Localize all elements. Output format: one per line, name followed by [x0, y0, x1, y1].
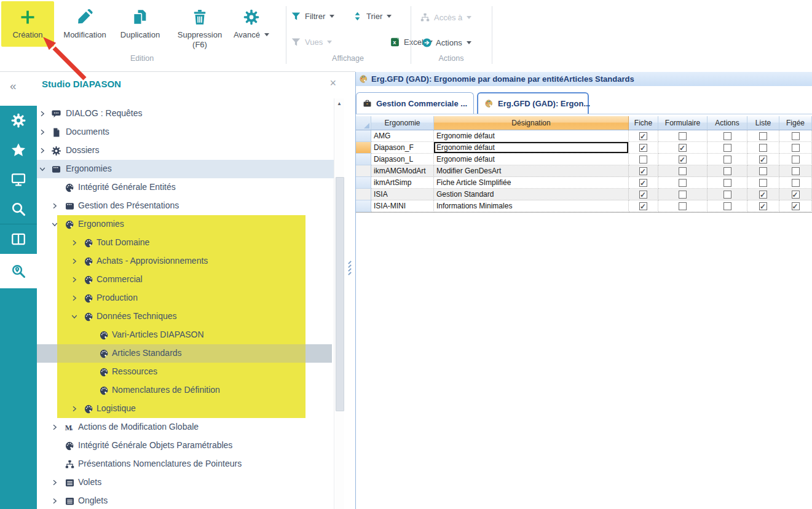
ribbon-button-actions[interactable]: Actions — [422, 35, 471, 50]
cell-ergonomie[interactable]: ISIA — [371, 189, 434, 200]
checkbox-checked[interactable]: ✓ — [639, 191, 647, 199]
chevron-right-icon[interactable] — [71, 258, 78, 265]
cell-figee[interactable]: ✓ — [779, 200, 812, 212]
chevron-down-icon[interactable] — [51, 221, 58, 228]
checkbox-unchecked[interactable] — [792, 132, 800, 140]
ribbon-button-trier[interactable]: Trier — [352, 9, 392, 23]
cell-liste[interactable] — [747, 165, 779, 177]
cell-actions[interactable] — [708, 189, 747, 200]
sidebar-item-advanced-search[interactable] — [0, 254, 37, 288]
cell-actions[interactable] — [708, 154, 747, 165]
tree-item-ergonomies[interactable]: Ergonomies — [37, 215, 334, 234]
tree-item-nomenclatures-de-d-finition[interactable]: Nomenclatures de Définition — [37, 381, 334, 400]
checkbox-unchecked[interactable] — [792, 167, 800, 175]
tree-scrollbar[interactable]: ▲ — [334, 98, 344, 509]
checkbox-unchecked[interactable] — [759, 179, 767, 187]
scroll-up-icon[interactable]: ▲ — [334, 100, 344, 108]
chevron-right-icon[interactable] — [71, 276, 78, 283]
tree-item-commercial[interactable]: Commercial — [37, 270, 334, 289]
checkbox-checked[interactable]: ✓ — [639, 202, 647, 210]
cell-figee[interactable]: ✓ — [779, 189, 812, 200]
chevron-right-icon[interactable] — [39, 128, 46, 136]
column-header-actions[interactable]: Actions — [708, 116, 747, 130]
column-header-liste[interactable]: Liste — [747, 116, 779, 130]
tree-item-achats-approvisionnements[interactable]: Achats - Approvisionnements — [37, 252, 334, 270]
tree-item-volets[interactable]: Volets — [37, 473, 334, 492]
column-header-formulaire[interactable]: Formulaire — [658, 116, 708, 130]
checkbox-unchecked[interactable] — [723, 202, 731, 210]
tree-item-donn-es-techniques[interactable]: Données Techniques — [37, 307, 334, 326]
cell-actions[interactable] — [708, 200, 747, 212]
chevron-right-icon[interactable] — [51, 479, 58, 486]
cell-fiche[interactable]: ✓ — [629, 165, 658, 177]
checkbox-unchecked[interactable] — [759, 167, 767, 175]
cell-designation[interactable]: Ergonomie défaut — [434, 130, 629, 142]
checkbox-unchecked[interactable] — [759, 132, 767, 140]
cell-formulaire[interactable] — [658, 177, 708, 189]
cell-actions[interactable] — [708, 142, 747, 154]
row-selector-cell[interactable] — [356, 154, 371, 165]
sidebar-item-settings[interactable] — [0, 106, 37, 135]
cell-formulaire[interactable]: ✓ — [658, 154, 708, 165]
cell-formulaire[interactable] — [658, 200, 708, 212]
cell-actions[interactable] — [708, 130, 747, 142]
ribbon-button-filtrer[interactable]: Filtrer — [291, 9, 334, 23]
checkbox-checked[interactable]: ✓ — [792, 202, 800, 210]
sidebar-item-panels[interactable] — [0, 224, 37, 254]
cell-formulaire[interactable] — [658, 165, 708, 177]
checkbox-checked[interactable]: ✓ — [679, 156, 687, 164]
tree-item-ergonomies[interactable]: Ergonomies — [37, 160, 334, 178]
cell-ergonomie[interactable]: ikmArtSimp — [371, 177, 434, 189]
tab-gestion-commerciale-[interactable]: Gestion Commerciale ... — [356, 92, 474, 114]
cell-fiche[interactable] — [629, 154, 658, 165]
sidebar-item-screens[interactable] — [0, 165, 37, 194]
column-header-désignation[interactable]: Désignation — [434, 116, 629, 130]
checkbox-checked[interactable]: ✓ — [759, 202, 767, 210]
checkbox-unchecked[interactable] — [639, 156, 647, 164]
cell-fiche[interactable]: ✓ — [629, 142, 658, 154]
cell-designation[interactable]: Ergonomie défaut — [434, 142, 629, 154]
chevron-right-icon[interactable] — [51, 424, 58, 431]
tree-item-dialog-requ-tes[interactable]: DIALOG : Requêtes — [37, 105, 334, 123]
checkbox-unchecked[interactable] — [723, 132, 731, 140]
row-selector-cell[interactable] — [356, 165, 371, 177]
tree-item-pr-sentations-nomenclatures-de-pointeurs[interactable]: Présentations Nomenclatures de Pointeurs — [37, 455, 334, 473]
checkbox-checked[interactable]: ✓ — [639, 167, 647, 175]
chevron-right-icon[interactable] — [71, 294, 78, 302]
checkbox-unchecked[interactable] — [679, 132, 687, 140]
tree-item-articles-standards[interactable]: Articles Standards — [37, 344, 334, 363]
tree-item-dossiers[interactable]: Dossiers — [37, 141, 334, 160]
cell-figee[interactable] — [779, 165, 812, 177]
sidebar-item-favorites[interactable] — [0, 135, 37, 165]
checkbox-unchecked[interactable] — [723, 167, 731, 175]
cell-designation[interactable]: Informations Minimales — [434, 200, 629, 212]
cell-designation[interactable]: Gestion Standard — [434, 189, 629, 200]
cell-liste[interactable]: ✓ — [747, 154, 779, 165]
table-row-ikmamgmodart[interactable]: ikmAMGModArtModifier GenDesArt✓ — [356, 165, 812, 177]
column-header-figée[interactable]: Figée — [779, 116, 812, 130]
cell-ergonomie[interactable]: ISIA-MINI — [371, 200, 434, 212]
chevron-down-icon[interactable] — [39, 165, 46, 173]
checkbox-unchecked[interactable] — [679, 202, 687, 210]
cell-figee[interactable] — [779, 177, 812, 189]
tree-item-int-grit-g-n-rale-entit-s[interactable]: Intégrité Générale Entités — [37, 178, 334, 197]
panel-splitter[interactable] — [347, 261, 353, 277]
cell-actions[interactable] — [708, 165, 747, 177]
cell-ergonomie[interactable]: Diapason_F — [371, 142, 434, 154]
checkbox-unchecked[interactable] — [723, 179, 731, 187]
checkbox-checked[interactable]: ✓ — [792, 191, 800, 199]
table-row-isia-mini[interactable]: ISIA-MINIInformations Minimales✓✓✓ — [356, 200, 812, 212]
table-row-amg[interactable]: AMGErgonomie défaut✓ — [356, 130, 812, 142]
checkbox-checked[interactable]: ✓ — [679, 144, 687, 152]
checkbox-unchecked[interactable] — [679, 191, 687, 199]
chevron-right-icon[interactable] — [51, 497, 58, 505]
tree-item-int-grit-g-n-rale-objets-param-trables[interactable]: Intégrité Générale Objets Paramétrables — [37, 436, 334, 455]
cell-designation[interactable]: Fiche Article SImplifiée — [434, 177, 629, 189]
checkbox-checked[interactable]: ✓ — [639, 132, 647, 140]
cell-designation[interactable]: Ergonomie défaut — [434, 154, 629, 165]
tree-item-vari-articles-diapason[interactable]: Vari-Articles DIAPASON — [37, 326, 334, 344]
checkbox-unchecked[interactable] — [723, 156, 731, 164]
checkbox-unchecked[interactable] — [792, 179, 800, 187]
tab-erg-gfd-gad-ergon-[interactable]: Erg.GFD (GAD): Ergon... — [477, 92, 589, 114]
chevron-right-icon[interactable] — [39, 147, 46, 154]
